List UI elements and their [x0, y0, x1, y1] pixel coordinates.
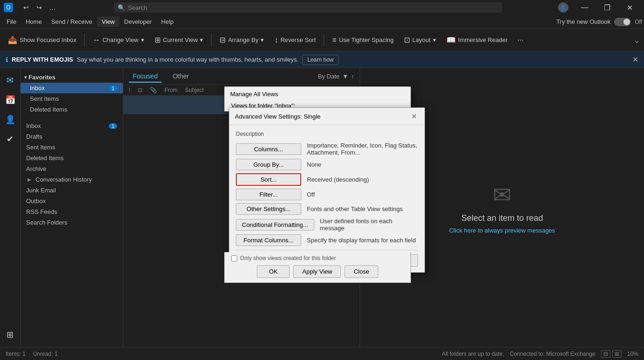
sort-label: By Date	[318, 73, 340, 80]
search-bar[interactable]: 🔍 Search	[114, 2, 502, 13]
folder-deleted-fav[interactable]: Deleted Items	[21, 104, 123, 115]
folder-search[interactable]: Search Folders	[21, 217, 123, 228]
filter-button[interactable]: Filter...	[236, 189, 301, 200]
folder-sent-fav[interactable]: Sent Items	[21, 93, 123, 104]
folder-deleted-fav-label: Deleted Items	[30, 106, 67, 113]
layout-icon: ⊡	[404, 35, 410, 44]
sidebar-mail-icon[interactable]: ✉	[2, 72, 19, 89]
cond-formatting-button[interactable]: Conditional Formatting...	[236, 219, 314, 231]
current-view-button[interactable]: ⊞ Current View ▾	[150, 33, 208, 47]
sort-button[interactable]: Sort...	[236, 173, 301, 186]
favorites-arrow: ▾	[24, 75, 27, 80]
title-bar-controls: ↩ ↪ …	[21, 2, 58, 13]
manage-footer-buttons: OK Apply View Close	[231, 265, 404, 278]
redo-button[interactable]: ↪	[34, 2, 45, 13]
groupby-button[interactable]: Group By...	[236, 159, 301, 170]
reading-pane-link[interactable]: Click here to always preview messages	[449, 227, 555, 234]
columns-button[interactable]: Columns...	[236, 143, 301, 155]
new-outlook-toggle[interactable]	[614, 18, 631, 26]
folder-sent[interactable]: Sent Items	[21, 142, 123, 153]
adv-view-settings-dialog: Advanced View Settings: Single ✕ Descrip…	[229, 107, 425, 273]
minimize-button[interactable]: —	[574, 0, 595, 15]
tab-other[interactable]: Other	[169, 71, 193, 83]
folder-inbox-fav[interactable]: Inbox 1	[21, 83, 123, 93]
adv-dialog-body: Description Columns... Importance, Remin…	[229, 125, 425, 272]
folder-junk[interactable]: Junk Email	[21, 185, 123, 196]
folder-inbox-fav-badge: 1	[109, 85, 117, 91]
favorites-header[interactable]: ▾ Favorites	[21, 72, 123, 83]
manage-apply-button[interactable]: Apply View	[293, 265, 341, 278]
header-flag: !	[127, 87, 132, 93]
view-single-button[interactable]: ⊟	[601, 350, 610, 358]
folder-inbox-badge: 1	[109, 123, 117, 129]
folder-conv-history[interactable]: ▶ Conversation History	[21, 174, 123, 185]
menu-file[interactable]: File	[2, 16, 21, 27]
menu-view[interactable]: View	[97, 16, 120, 27]
folder-archive[interactable]: Archive	[21, 163, 123, 174]
menu-send-receive[interactable]: Send / Receive	[47, 16, 97, 27]
manage-dialog-bottom: Only show views created for this folder …	[224, 252, 411, 283]
reader-icon: 📖	[446, 35, 456, 44]
format-columns-button[interactable]: Format Columns...	[236, 234, 301, 246]
manage-dialog-titlebar: Manage All Views	[225, 87, 410, 100]
tighter-spacing-button[interactable]: ≡ Use Tighter Spacing	[328, 33, 397, 47]
app-icon: O	[4, 3, 13, 12]
reverse-sort-button[interactable]: ↕ Reverse Sort	[270, 33, 320, 47]
sort-control[interactable]: By Date ▼ ↑	[318, 73, 354, 80]
menu-help[interactable]: Help	[156, 16, 178, 27]
title-bar: O ↩ ↪ … 🔍 Search 👤 — ❐ ✕	[0, 0, 644, 15]
undo-button[interactable]: ↩	[21, 2, 32, 13]
toolbar: 📥 Show Focused Inbox ↔ Change View ▾ ⊞ C…	[0, 29, 644, 51]
sidebar-tasks-icon[interactable]: ✔	[2, 131, 19, 148]
arrange-icon: ⊟	[219, 35, 226, 44]
sidebar-contacts-icon[interactable]: 👤	[2, 111, 19, 128]
folder-conv-history-label: Conversation History	[35, 176, 92, 183]
menu-home[interactable]: Home	[21, 16, 47, 27]
email-tabs: Focused Other By Date ▼ ↑	[123, 68, 360, 85]
folder-inbox[interactable]: Inbox 1	[21, 120, 123, 131]
folder-deleted[interactable]: Deleted Items	[21, 153, 123, 163]
other-settings-button[interactable]: Other Settings...	[236, 203, 301, 215]
notif-close-button[interactable]: ✕	[632, 55, 638, 64]
manage-ok-button[interactable]: OK	[257, 265, 290, 278]
more-button[interactable]: …	[47, 2, 58, 13]
close-button[interactable]: ✕	[619, 0, 640, 15]
learn-how-button[interactable]: Learn how	[302, 55, 339, 65]
layout-button[interactable]: ⊡ Layout ▾	[400, 33, 440, 47]
folder-outbox[interactable]: Outbox	[21, 196, 123, 206]
adv-separator	[236, 250, 418, 250]
tab-focused[interactable]: Focused	[129, 71, 162, 83]
adv-description-label: Description	[236, 131, 418, 137]
view-split-button[interactable]: ⊞	[612, 350, 622, 358]
status-folders: All folders are up to date.	[442, 351, 504, 357]
sidebar-apps-icon[interactable]: ⊞	[2, 326, 19, 343]
arrange-by-button[interactable]: ⊟ Arrange By ▾	[215, 33, 268, 47]
header-icon2: 📎	[148, 87, 159, 93]
tighter-spacing-label: Use Tighter Spacing	[339, 36, 394, 43]
menu-developer[interactable]: Developer	[120, 16, 156, 27]
restore-button[interactable]: ❐	[596, 0, 618, 15]
title-bar-right: 👤 — ❐ ✕	[558, 0, 640, 15]
toggle-knob	[623, 19, 630, 25]
sidebar-calendar-icon[interactable]: 📅	[2, 92, 19, 108]
change-view-label: Change View	[102, 36, 138, 43]
change-view-button[interactable]: ↔ Change View ▾	[88, 33, 148, 47]
change-view-icon: ↔	[92, 36, 100, 44]
folder-rss[interactable]: RSS Feeds	[21, 206, 123, 217]
avatar[interactable]: 👤	[558, 2, 568, 13]
folder-drafts[interactable]: Drafts	[21, 131, 123, 142]
adv-dialog-close-button[interactable]: ✕	[410, 112, 419, 121]
toolbar-more-button[interactable]: ···	[514, 34, 527, 47]
header-subject[interactable]: Subject	[183, 87, 205, 93]
expand-ribbon-button[interactable]: ⌄	[633, 35, 640, 45]
reading-pane-title: Select an item to read	[461, 213, 543, 223]
toolbar-divider-2	[211, 34, 212, 47]
show-focused-inbox-button[interactable]: 📥 Show Focused Inbox	[4, 33, 80, 47]
header-from[interactable]: From	[163, 87, 179, 93]
only-show-checkbox[interactable]	[231, 255, 237, 261]
folder-drafts-label: Drafts	[26, 133, 42, 140]
status-connected: Connected to: Microsoft Exchange	[510, 351, 595, 357]
manage-close-button[interactable]: Close	[345, 265, 378, 278]
folder-sent-label: Sent Items	[26, 144, 55, 151]
immersive-reader-button[interactable]: 📖 Immersive Reader	[442, 33, 512, 47]
